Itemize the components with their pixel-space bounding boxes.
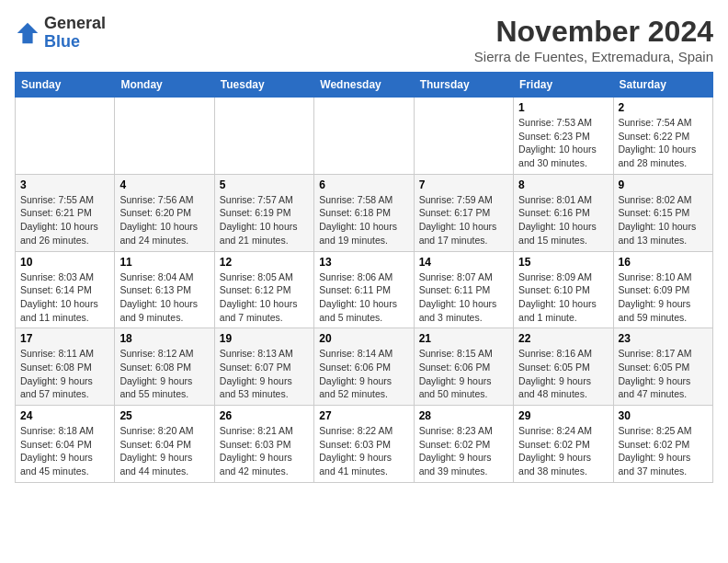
day-info: Sunrise: 7:56 AMSunset: 6:20 PMDaylight:… [119,193,209,247]
day-number: 28 [419,409,508,422]
day-info: Sunrise: 8:13 AMSunset: 6:07 PMDaylight:… [220,347,309,401]
day-info: Sunrise: 8:09 AMSunset: 6:10 PMDaylight:… [518,270,608,325]
day-number: 16 [619,256,708,269]
day-number: 21 [419,332,508,345]
calendar-cell: 22Sunrise: 8:16 AMSunset: 6:05 PMDayligh… [514,328,613,406]
calendar-cell: 7Sunrise: 7:59 AMSunset: 6:17 PMDaylight… [414,174,513,251]
week-row-2: 3Sunrise: 7:55 AMSunset: 6:21 PMDaylight… [16,174,713,251]
day-number: 6 [319,178,408,191]
day-info: Sunrise: 7:59 AMSunset: 6:17 PMDaylight:… [419,193,508,247]
day-number: 3 [20,178,109,191]
day-info: Sunrise: 7:53 AMSunset: 6:23 PMDaylight:… [518,116,608,170]
calendar-cell: 19Sunrise: 8:13 AMSunset: 6:07 PMDayligh… [214,328,313,406]
calendar-cell: 3Sunrise: 7:55 AMSunset: 6:21 PMDaylight… [16,174,115,251]
day-number: 5 [220,178,309,191]
calendar-cell: 27Sunrise: 8:22 AMSunset: 6:03 PMDayligh… [314,406,414,483]
calendar-cell: 20Sunrise: 8:14 AMSunset: 6:06 PMDayligh… [314,328,414,406]
calendar-cell: 18Sunrise: 8:12 AMSunset: 6:08 PMDayligh… [115,328,214,406]
logo-icon [15,20,40,46]
calendar-cell: 14Sunrise: 8:07 AMSunset: 6:11 PMDayligh… [414,251,513,328]
day-number: 22 [518,332,608,345]
day-number: 24 [20,409,109,422]
svg-marker-0 [17,23,38,43]
logo-text: General Blue [44,15,106,52]
day-info: Sunrise: 8:06 AMSunset: 6:11 PMDaylight:… [319,270,408,325]
logo-blue: Blue [44,33,106,52]
day-info: Sunrise: 8:15 AMSunset: 6:06 PMDaylight:… [419,347,508,401]
day-info: Sunrise: 8:24 AMSunset: 6:02 PMDaylight:… [518,424,608,478]
calendar-cell: 15Sunrise: 8:09 AMSunset: 6:10 PMDayligh… [514,251,613,328]
day-number: 23 [619,332,708,345]
weekday-header-monday: Monday [115,73,214,98]
day-number: 27 [319,409,408,422]
calendar-cell: 10Sunrise: 8:03 AMSunset: 6:14 PMDayligh… [16,251,115,328]
calendar-cell: 24Sunrise: 8:18 AMSunset: 6:04 PMDayligh… [16,406,115,483]
day-info: Sunrise: 8:23 AMSunset: 6:02 PMDaylight:… [419,424,508,478]
calendar-cell [214,98,313,175]
day-number: 2 [619,101,708,114]
week-row-4: 17Sunrise: 8:11 AMSunset: 6:08 PMDayligh… [16,328,713,406]
day-info: Sunrise: 8:21 AMSunset: 6:03 PMDaylight:… [220,424,309,478]
weekday-header-thursday: Thursday [414,73,513,98]
location: Sierra de Fuentes, Extremadura, Spain [474,49,713,64]
day-number: 26 [220,409,309,422]
calendar-cell [115,98,214,175]
day-info: Sunrise: 8:11 AMSunset: 6:08 PMDaylight:… [20,347,109,401]
day-info: Sunrise: 8:07 AMSunset: 6:11 PMDaylight:… [419,270,508,325]
calendar-cell: 4Sunrise: 7:56 AMSunset: 6:20 PMDaylight… [115,174,214,251]
week-row-5: 24Sunrise: 8:18 AMSunset: 6:04 PMDayligh… [16,406,713,483]
month-year: November 2024 [474,15,713,49]
day-number: 29 [518,409,608,422]
day-number: 12 [220,256,309,269]
day-number: 8 [518,178,608,191]
calendar-cell: 5Sunrise: 7:57 AMSunset: 6:19 PMDaylight… [214,174,313,251]
calendar-cell: 25Sunrise: 8:20 AMSunset: 6:04 PMDayligh… [115,406,214,483]
day-info: Sunrise: 7:58 AMSunset: 6:18 PMDaylight:… [319,193,408,247]
calendar-cell: 2Sunrise: 7:54 AMSunset: 6:22 PMDaylight… [613,98,712,175]
day-number: 14 [419,256,508,269]
calendar-cell: 9Sunrise: 8:02 AMSunset: 6:15 PMDaylight… [613,174,712,251]
calendar-cell [314,98,414,175]
weekday-header-wednesday: Wednesday [314,73,414,98]
day-info: Sunrise: 8:20 AMSunset: 6:04 PMDaylight:… [119,424,209,478]
day-number: 30 [619,409,708,422]
day-number: 25 [119,409,209,422]
calendar-cell: 8Sunrise: 8:01 AMSunset: 6:16 PMDaylight… [514,174,613,251]
day-info: Sunrise: 8:02 AMSunset: 6:15 PMDaylight:… [619,193,708,247]
day-info: Sunrise: 8:10 AMSunset: 6:09 PMDaylight:… [619,270,708,325]
calendar-cell [16,98,115,175]
day-info: Sunrise: 7:57 AMSunset: 6:19 PMDaylight:… [220,193,309,247]
day-info: Sunrise: 8:05 AMSunset: 6:12 PMDaylight:… [220,270,309,325]
day-info: Sunrise: 8:17 AMSunset: 6:05 PMDaylight:… [619,347,708,401]
logo-general: General [44,15,106,33]
weekday-header-tuesday: Tuesday [214,73,313,98]
day-info: Sunrise: 8:03 AMSunset: 6:14 PMDaylight:… [20,270,109,325]
calendar-table: SundayMondayTuesdayWednesdayThursdayFrid… [15,72,713,483]
calendar-cell: 29Sunrise: 8:24 AMSunset: 6:02 PMDayligh… [514,406,613,483]
title-block: November 2024 Sierra de Fuentes, Extrema… [474,15,713,64]
calendar-cell: 26Sunrise: 8:21 AMSunset: 6:03 PMDayligh… [214,406,313,483]
day-number: 18 [119,332,209,345]
day-number: 1 [518,101,608,114]
calendar-cell: 28Sunrise: 8:23 AMSunset: 6:02 PMDayligh… [414,406,513,483]
day-info: Sunrise: 7:54 AMSunset: 6:22 PMDaylight:… [619,116,708,170]
calendar-cell: 17Sunrise: 8:11 AMSunset: 6:08 PMDayligh… [16,328,115,406]
day-info: Sunrise: 8:22 AMSunset: 6:03 PMDaylight:… [319,424,408,478]
calendar-cell: 11Sunrise: 8:04 AMSunset: 6:13 PMDayligh… [115,251,214,328]
day-number: 13 [319,256,408,269]
calendar-cell: 21Sunrise: 8:15 AMSunset: 6:06 PMDayligh… [414,328,513,406]
day-number: 17 [20,332,109,345]
day-number: 15 [518,256,608,269]
weekday-header-friday: Friday [514,73,613,98]
weekday-header-sunday: Sunday [16,73,115,98]
day-info: Sunrise: 8:18 AMSunset: 6:04 PMDaylight:… [20,424,109,478]
day-number: 20 [319,332,408,345]
day-info: Sunrise: 7:55 AMSunset: 6:21 PMDaylight:… [20,193,109,247]
logo: General Blue [15,15,106,52]
calendar-cell: 16Sunrise: 8:10 AMSunset: 6:09 PMDayligh… [613,251,712,328]
day-info: Sunrise: 8:12 AMSunset: 6:08 PMDaylight:… [119,347,209,401]
day-number: 19 [220,332,309,345]
weekday-header-saturday: Saturday [613,73,712,98]
calendar-cell: 13Sunrise: 8:06 AMSunset: 6:11 PMDayligh… [314,251,414,328]
calendar-cell [414,98,513,175]
